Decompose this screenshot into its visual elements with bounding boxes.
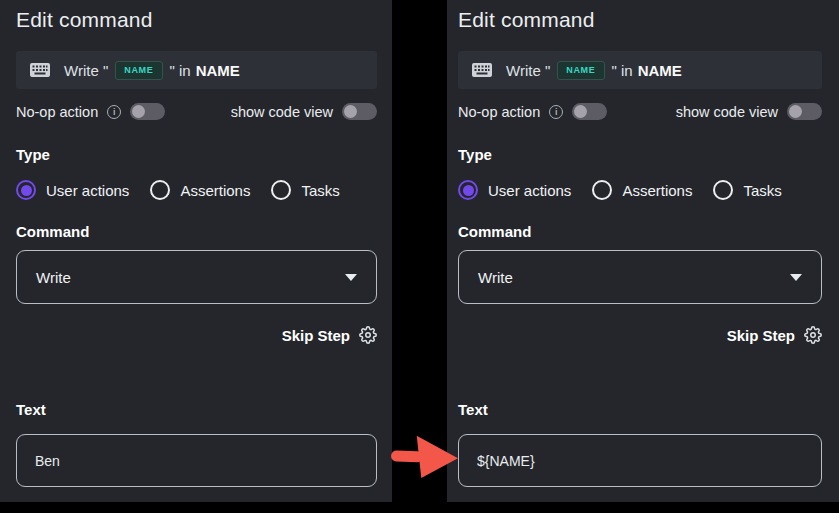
keyboard-icon bbox=[30, 63, 50, 77]
code-view-toggle[interactable] bbox=[342, 103, 377, 120]
text-label: Text bbox=[16, 401, 377, 418]
radio-tasks[interactable]: Tasks bbox=[713, 180, 781, 200]
step-target: NAME bbox=[196, 62, 240, 79]
code-view-group: show code view bbox=[231, 103, 377, 120]
type-label: Type bbox=[16, 146, 377, 163]
step-summary-bar: Write " NAME " in NAME bbox=[16, 51, 377, 89]
radio-circle bbox=[150, 180, 170, 200]
radio-label: Tasks bbox=[301, 182, 339, 199]
step-summary-bar: Write " NAME " in NAME bbox=[458, 51, 822, 89]
command-label: Command bbox=[458, 223, 822, 240]
page-title: Edit command bbox=[458, 8, 822, 32]
toggles-row: No-op action i show code view bbox=[16, 103, 377, 120]
skip-step-row: Skip Step bbox=[16, 326, 377, 344]
screenshot-canvas: Edit command Write " NAME " in NAME No-o… bbox=[0, 0, 839, 513]
noop-action-label: No-op action bbox=[458, 104, 540, 120]
code-view-label: show code view bbox=[676, 104, 778, 120]
noop-action-group: No-op action i bbox=[16, 103, 165, 120]
command-dropdown[interactable]: Write bbox=[458, 250, 822, 304]
edit-command-panel-after: Edit command Write " NAME " in NAME No-o… bbox=[447, 0, 839, 502]
radio-label: Assertions bbox=[622, 182, 692, 199]
radio-assertions[interactable]: Assertions bbox=[150, 180, 250, 200]
command-dropdown-value: Write bbox=[478, 269, 513, 286]
keyboard-icon bbox=[472, 63, 492, 77]
text-label: Text bbox=[458, 401, 822, 418]
gear-icon[interactable] bbox=[359, 326, 377, 344]
radio-label: User actions bbox=[46, 182, 129, 199]
gear-icon[interactable] bbox=[804, 326, 822, 344]
type-radio-group: User actions Assertions Tasks bbox=[16, 180, 377, 200]
skip-step-label[interactable]: Skip Step bbox=[727, 327, 795, 344]
radio-circle bbox=[592, 180, 612, 200]
command-label: Command bbox=[16, 223, 377, 240]
radio-label: Tasks bbox=[743, 182, 781, 199]
radio-circle bbox=[16, 180, 36, 200]
radio-label: Assertions bbox=[180, 182, 250, 199]
step-action-suffix: " in bbox=[170, 62, 191, 79]
radio-label: User actions bbox=[488, 182, 571, 199]
noop-action-label: No-op action bbox=[16, 104, 98, 120]
code-view-group: show code view bbox=[676, 103, 822, 120]
step-action-prefix: Write " bbox=[506, 62, 550, 79]
radio-user-actions[interactable]: User actions bbox=[458, 180, 571, 200]
type-radio-group: User actions Assertions Tasks bbox=[458, 180, 822, 200]
step-variable-badge: NAME bbox=[115, 61, 162, 80]
step-action-prefix: Write " bbox=[64, 62, 108, 79]
code-view-label: show code view bbox=[231, 104, 333, 120]
chevron-down-icon bbox=[790, 274, 802, 281]
noop-action-group: No-op action i bbox=[458, 103, 607, 120]
step-target: NAME bbox=[638, 62, 682, 79]
info-icon[interactable]: i bbox=[549, 105, 563, 119]
skip-step-row: Skip Step bbox=[458, 326, 822, 344]
skip-step-label[interactable]: Skip Step bbox=[282, 327, 350, 344]
radio-circle bbox=[458, 180, 478, 200]
radio-assertions[interactable]: Assertions bbox=[592, 180, 692, 200]
chevron-down-icon bbox=[345, 274, 357, 281]
edit-command-panel-before: Edit command Write " NAME " in NAME No-o… bbox=[0, 0, 392, 502]
noop-action-toggle[interactable] bbox=[130, 103, 165, 120]
arrow-right-icon bbox=[386, 431, 464, 481]
radio-circle bbox=[713, 180, 733, 200]
toggle-knob bbox=[789, 105, 802, 118]
radio-tasks[interactable]: Tasks bbox=[271, 180, 339, 200]
type-label: Type bbox=[458, 146, 822, 163]
text-input[interactable] bbox=[458, 434, 822, 487]
toggle-knob bbox=[574, 105, 587, 118]
toggles-row: No-op action i show code view bbox=[458, 103, 822, 120]
page-title: Edit command bbox=[16, 8, 377, 32]
step-variable-badge: NAME bbox=[557, 61, 604, 80]
radio-user-actions[interactable]: User actions bbox=[16, 180, 129, 200]
radio-circle bbox=[271, 180, 291, 200]
text-input[interactable] bbox=[16, 434, 377, 487]
info-icon[interactable]: i bbox=[107, 105, 121, 119]
command-dropdown[interactable]: Write bbox=[16, 250, 377, 304]
toggle-knob bbox=[344, 105, 357, 118]
command-dropdown-value: Write bbox=[36, 269, 71, 286]
noop-action-toggle[interactable] bbox=[572, 103, 607, 120]
code-view-toggle[interactable] bbox=[787, 103, 822, 120]
toggle-knob bbox=[132, 105, 145, 118]
step-action-suffix: " in bbox=[612, 62, 633, 79]
